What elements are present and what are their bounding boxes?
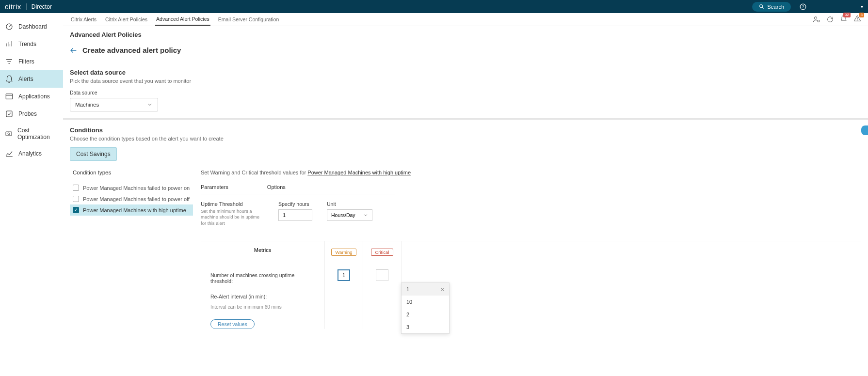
sidebar-item-filters[interactable]: Filters (0, 53, 63, 70)
condition-item-power-on[interactable]: Power Managed Machines failed to power o… (70, 182, 193, 193)
sidebar-item-label: Alerts (18, 76, 33, 82)
checkbox[interactable] (73, 185, 79, 191)
condition-label: Power Managed Machines with high uptime (83, 207, 186, 213)
condition-label: Power Managed Machines failed to power o… (83, 196, 190, 202)
dropdown-option[interactable]: 1 ✕ (402, 283, 449, 296)
tab-citrix-alerts[interactable]: Citrix Alerts (70, 14, 97, 25)
checkbox[interactable] (73, 196, 79, 202)
col-parameters: Parameters (201, 184, 228, 190)
brand-logo: citrix (5, 2, 21, 11)
critical-threshold-input[interactable] (376, 269, 388, 281)
product-name: Director (26, 3, 52, 10)
col-options: Options (267, 184, 286, 190)
checkbox-checked[interactable] (73, 207, 79, 213)
dropdown-option[interactable]: 2 (402, 308, 449, 321)
dropdown-option-label: 2 (406, 312, 409, 317)
chevron-down-icon[interactable]: ▾ (861, 4, 863, 9)
threshold-intro-prefix: Set Warning and Critical threshold value… (201, 170, 307, 175)
sidebar-item-analytics[interactable]: Analytics (0, 145, 63, 162)
reset-values-button[interactable]: Reset values (210, 319, 255, 329)
trends-icon (5, 40, 14, 48)
sidebar-item-label: Probes (18, 110, 37, 117)
page-title: Advanced Alert Policies (63, 26, 868, 43)
condition-item-power-off[interactable]: Power Managed Machines failed to power o… (70, 193, 193, 204)
metrics-table: Metrics Number of machines crossing upti… (201, 241, 861, 329)
sidebar: Dashboard Trends Filters Alerts Applicat… (0, 13, 63, 376)
threshold-intro-link[interactable]: Power Managed Machines with high uptime (307, 170, 411, 175)
sidebar-item-label: Filters (18, 58, 34, 65)
warning-tag: Warning (331, 249, 356, 256)
metric-row-realert: Re-Alert interval (in min): (201, 289, 324, 304)
threshold-panel: Set Warning and Critical threshold value… (196, 170, 861, 329)
unit-dropdown[interactable]: Hours/Day (327, 209, 372, 221)
svg-point-9 (814, 17, 817, 19)
refresh-icon[interactable] (826, 16, 834, 23)
dropdown-option[interactable]: 3 (402, 321, 449, 333)
close-icon[interactable]: ✕ (440, 287, 444, 292)
sidebar-item-alerts[interactable]: Alerts (0, 70, 63, 88)
search-icon (759, 4, 764, 9)
sidebar-item-label: Analytics (18, 150, 42, 157)
sidebar-item-trends[interactable]: Trends (0, 35, 63, 53)
cost-savings-pill[interactable]: Cost Savings (70, 147, 117, 161)
user-settings-icon[interactable] (813, 16, 820, 23)
side-feedback-tab[interactable] (861, 125, 868, 135)
svg-point-8 (8, 133, 10, 135)
warning-count: 3 (859, 13, 864, 17)
data-source-sub: Pick the data source event that you want… (70, 78, 861, 84)
data-source-value: Machines (75, 102, 99, 108)
specify-hours-label: Specify hours (278, 201, 312, 207)
data-source-dropdown[interactable]: Machines (70, 98, 158, 111)
condition-types-list: Condition types Power Managed Machines f… (70, 170, 196, 329)
condition-types-heading: Condition types (70, 170, 193, 175)
svg-rect-6 (6, 111, 12, 117)
sidebar-item-probes[interactable]: Probes (0, 105, 63, 123)
sidebar-item-cost[interactable]: Cost Optimization (0, 123, 63, 145)
tab-citrix-alert-policies[interactable]: Citrix Alert Policies (104, 14, 148, 25)
help-icon[interactable]: ? (798, 1, 808, 12)
alerts-icon (5, 75, 14, 83)
tab-email-server-config[interactable]: Email Server Configuration (217, 14, 280, 25)
filters-icon (5, 57, 14, 66)
data-source-label: Data source (70, 90, 861, 95)
notification-bell[interactable]: 02 (840, 15, 848, 24)
svg-text:?: ? (802, 5, 804, 8)
back-icon[interactable] (70, 47, 78, 54)
warning-threshold-input[interactable]: 1 (338, 269, 350, 281)
condition-item-high-uptime[interactable]: Power Managed Machines with high uptime (70, 204, 193, 216)
top-header: citrix Director Search ? ▾ (0, 0, 868, 13)
critical-tag: Critical (371, 249, 393, 256)
sidebar-item-label: Trends (18, 41, 36, 47)
sidebar-item-label: Cost Optimization (17, 127, 58, 141)
tab-advanced-alert-policies[interactable]: Advanced Alert Policies (155, 13, 210, 26)
dropdown-option[interactable]: 10 (402, 296, 449, 308)
uptime-desc: Set the minimum hours a machine should b… (201, 208, 264, 226)
specify-hours-input[interactable] (278, 209, 312, 221)
analytics-icon (5, 149, 14, 158)
cost-icon (5, 129, 13, 138)
svg-rect-5 (6, 94, 13, 99)
metric-row-realert-sub: Interval can be minimum 60 mins (201, 304, 324, 310)
svg-point-0 (760, 4, 763, 7)
warning-indicator[interactable]: 3 (853, 15, 861, 24)
main-content: Citrix Alerts Citrix Alert Policies Adva… (63, 13, 868, 376)
search-button[interactable]: Search (752, 2, 791, 12)
section-data-source: Select data source Pick the data source … (63, 59, 868, 118)
dashboard-icon (5, 22, 14, 31)
conditions-heading: Conditions (70, 126, 861, 134)
threshold-intro: Set Warning and Critical threshold value… (201, 170, 861, 175)
parameters-header: Parameters Options (201, 184, 395, 194)
svg-rect-7 (6, 132, 12, 136)
user-menu[interactable] (815, 2, 854, 12)
back-row: Create advanced alert policy (63, 43, 868, 59)
conditions-sub: Choose the condition types based on the … (70, 136, 861, 141)
sidebar-item-applications[interactable]: Applications (0, 88, 63, 105)
warning-value-dropdown[interactable]: 1 ✕ 10 2 3 (401, 282, 450, 334)
metric-row-machines: Number of machines crossing uptime thres… (201, 267, 324, 289)
dropdown-option-label: 1 (406, 286, 409, 292)
section-conditions: Conditions Choose the condition types ba… (63, 119, 868, 336)
sidebar-item-dashboard[interactable]: Dashboard (0, 18, 63, 35)
chevron-down-icon (147, 102, 153, 108)
tabs-row: Citrix Alerts Citrix Alert Policies Adva… (63, 13, 868, 26)
data-source-heading: Select data source (70, 69, 861, 76)
